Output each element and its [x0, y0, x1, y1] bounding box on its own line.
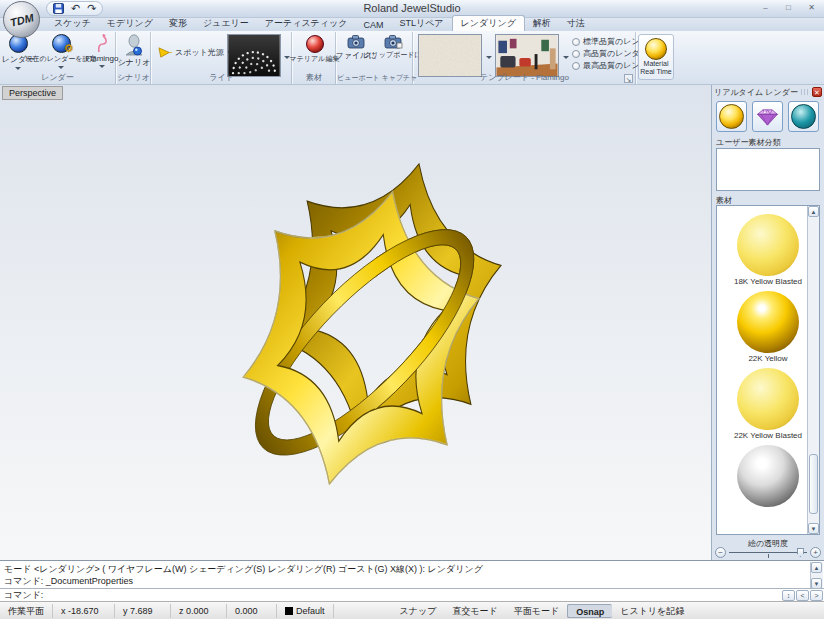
slider-track[interactable]	[729, 552, 807, 553]
command-prev-icon[interactable]: <	[796, 590, 809, 601]
command-next-icon[interactable]: >	[810, 590, 823, 601]
material-realtime-button[interactable]: Material Real Time	[638, 34, 674, 80]
capture-to-clipboard-button[interactable]: クリップボードに	[375, 34, 411, 60]
minimize-button[interactable]: –	[757, 2, 774, 13]
maximize-button[interactable]: □	[780, 2, 797, 13]
tab-stl-repair[interactable]: STLリペア	[391, 16, 451, 31]
flamingo-button[interactable]: Flamingo	[90, 34, 114, 68]
tab-jewelry[interactable]: ジュエリー	[195, 16, 257, 31]
capture-to-clipboard-label: クリップボードに	[364, 50, 421, 60]
granite-template-preview[interactable]	[418, 34, 482, 77]
tab-modeling[interactable]: モデリング	[99, 16, 161, 31]
slider-midtick	[768, 554, 769, 558]
material-item[interactable]	[717, 443, 819, 520]
material-swatch-sphere	[737, 291, 799, 353]
planar-toggle[interactable]: 平面モード	[506, 604, 567, 618]
scroll-up-icon[interactable]: ▲	[811, 562, 822, 573]
panel-title: リアルタイム レンダー	[714, 87, 798, 98]
group-light: スポット光源 ライト	[152, 32, 292, 84]
command-expand-icon[interactable]: ↕	[782, 590, 795, 601]
coord-x: x -18.670	[53, 604, 115, 618]
command-scrollbar[interactable]: ▲ ▼	[810, 562, 823, 589]
scroll-thumb[interactable]	[809, 454, 818, 514]
coord-z: z 0.000	[171, 604, 227, 618]
app-menu-button[interactable]: TDM	[3, 1, 40, 38]
purple-gem-icon	[754, 107, 781, 127]
material-edit-label: マテリアル編集	[290, 54, 340, 64]
material-edit-button[interactable]: マテリアル編集	[295, 34, 334, 64]
group-render: レンダー 現在のレンダーを設定 Flamingo レンダー	[0, 32, 116, 84]
chevron-down-icon[interactable]	[58, 66, 64, 69]
dome-light-preview[interactable]	[227, 34, 281, 77]
slider-plus-button[interactable]: +	[810, 547, 821, 558]
viewport-perspective[interactable]: Perspective	[0, 85, 711, 560]
tab-dimension[interactable]: 寸法	[559, 16, 593, 31]
tab-cam[interactable]: CAM	[355, 19, 391, 31]
spot-light-label: スポット光源	[175, 47, 224, 58]
command-prompt-label: コマンド:	[4, 589, 43, 602]
layer-color-swatch	[285, 607, 293, 615]
teal-sphere-icon	[791, 104, 816, 129]
dialog-launcher-icon[interactable]: ↘	[624, 74, 633, 83]
render-button[interactable]: レンダー	[4, 34, 32, 70]
set-current-renderer-button[interactable]: 現在のレンダーを設定	[33, 34, 89, 69]
spot-light-button[interactable]: スポット光源	[157, 46, 233, 59]
other-materials-tab[interactable]	[788, 101, 819, 132]
chevron-down-icon[interactable]	[99, 65, 105, 68]
chevron-down-icon[interactable]	[486, 56, 492, 59]
transparency-slider: − +	[715, 546, 821, 559]
save-icon[interactable]	[53, 3, 64, 14]
viewport-title[interactable]: Perspective	[2, 86, 63, 100]
chevron-down-icon[interactable]	[563, 56, 569, 59]
room-scene-preview[interactable]	[495, 34, 559, 77]
user-material-category-list[interactable]	[716, 148, 820, 191]
slider-thumb[interactable]	[797, 548, 804, 557]
snap-toggle[interactable]: スナップ	[392, 604, 445, 618]
layer-indicator[interactable]: Default	[277, 604, 334, 618]
material-sphere-icon	[306, 35, 324, 53]
group-viewport-capture: ファイルに クリップボードに ビューポート キャプチャ	[337, 32, 413, 84]
material-item[interactable]: 18K Yellow Blasted	[717, 212, 819, 289]
mrt-label-1: Material	[644, 60, 669, 68]
tab-artistic[interactable]: アーティスティック	[257, 16, 356, 31]
command-history[interactable]: モード <レンダリング> ( ワイヤフレーム(W) シェーディング(S) レンダ…	[4, 563, 802, 587]
chevron-down-icon[interactable]	[15, 67, 21, 70]
material-item[interactable]: 22K Yellow Blasted	[717, 366, 819, 443]
cplane-button[interactable]: 作業平面	[0, 604, 53, 618]
material-swatch-sphere	[737, 445, 799, 507]
tab-transform[interactable]: 変形	[161, 16, 195, 31]
undo-icon[interactable]: ↶	[71, 3, 80, 14]
material-scrollbar[interactable]: ▲ ▼	[807, 206, 819, 534]
scroll-up-icon[interactable]: ▲	[808, 206, 819, 217]
slider-minus-button[interactable]: −	[715, 547, 726, 558]
command-history-line: モード <レンダリング> ( ワイヤフレーム(W) シェーディング(S) レンダ…	[4, 563, 802, 575]
realtime-render-panel: リアルタイム レンダー ✕	[711, 85, 824, 560]
flamingo-icon	[95, 34, 109, 53]
tab-rendering[interactable]: レンダリング	[452, 15, 525, 31]
tab-sketch[interactable]: スケッチ	[46, 16, 99, 31]
material-name: 18K Yellow Blasted	[734, 277, 802, 286]
group-label-render: レンダー	[0, 72, 115, 83]
command-input[interactable]	[43, 590, 782, 601]
material-item[interactable]: 22K Yellow	[717, 289, 819, 366]
osnap-toggle[interactable]: Osnap	[567, 604, 612, 618]
group-scenario: シナリオ シナリオ	[117, 32, 151, 84]
panel-header[interactable]: リアルタイム レンダー ✕	[714, 86, 822, 98]
drag-grip-icon[interactable]	[801, 89, 809, 95]
command-history-line: コマンド: _DocumentProperties	[4, 575, 802, 587]
redo-icon[interactable]: ↷	[87, 3, 96, 14]
scroll-down-icon[interactable]: ▼	[808, 523, 819, 534]
scenario-button[interactable]: シナリオ	[121, 34, 147, 68]
metal-materials-tab[interactable]	[716, 101, 747, 132]
record-history-toggle[interactable]: ヒストリを記録	[612, 604, 692, 618]
material-list[interactable]: 18K Yellow Blasted 22K Yellow 22K Yellow…	[716, 205, 820, 535]
camera-icon	[347, 34, 366, 49]
tab-analysis[interactable]: 解析	[525, 16, 559, 31]
ribbon-tab-row: スケッチ モデリング 変形 ジュエリー アーティスティック CAM STLリペア…	[0, 18, 824, 31]
renderer-gear-icon	[52, 34, 71, 53]
close-button[interactable]: ✕	[803, 2, 820, 13]
ring-model[interactable]	[203, 133, 519, 525]
ortho-toggle[interactable]: 直交モード	[444, 604, 505, 618]
gem-materials-tab[interactable]	[752, 101, 783, 132]
panel-close-icon[interactable]: ✕	[812, 87, 822, 97]
